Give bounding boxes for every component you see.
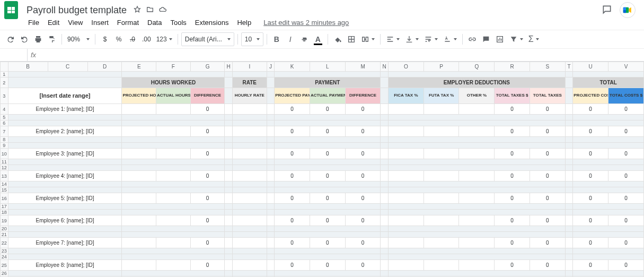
column-header-row[interactable]: BCD EFG HIJ KLM NOP QRS TUV [1,62,644,72]
text-color-button[interactable]: A [312,32,324,46]
row-header[interactable]: 24 [1,254,8,260]
row-header[interactable]: 14 [1,181,8,187]
employee-row[interactable]: 10Employee 3: [name]; [ID]00000000 [1,149,644,159]
group-deductions-label: EMPLOYER DEDUCTIONS [389,77,566,88]
decrease-decimal-button[interactable]: .0 [126,32,139,46]
menu-extensions[interactable]: Extensions [191,18,233,28]
employee-row[interactable]: 16Employee 5: [name]; [ID]00000000 [1,193,644,204]
menu-file[interactable]: File [24,18,43,28]
row-header[interactable]: 5 [1,115,8,120]
text-wrap-button[interactable] [422,32,440,46]
spacer-row: 9 [1,143,644,149]
row-header[interactable]: 2 [1,77,8,88]
cloud-status-icon[interactable] [158,5,167,15]
print-button[interactable] [32,32,45,46]
move-icon[interactable] [146,5,154,15]
row-header[interactable]: 20 [1,226,8,232]
row-header[interactable]: 1 [1,72,8,77]
row-header[interactable]: 13 [1,171,8,181]
sheets-logo-icon[interactable] [4,1,18,19]
strikethrough-button[interactable] [298,32,311,46]
menu-data[interactable]: Data [144,18,165,28]
employee-label[interactable]: Employee 7: [name]; [ID] [8,238,122,248]
row-header[interactable]: 12 [1,165,8,171]
row-header[interactable]: 21 [1,232,8,238]
font-select[interactable]: Default (Ari... [181,32,234,46]
paint-format-button[interactable] [46,32,58,46]
row-header[interactable]: 7 [1,126,8,137]
row-header[interactable]: 22 [1,238,8,248]
borders-button[interactable] [345,32,358,46]
date-range-cell[interactable]: [Insert date range] [8,88,122,104]
redo-button[interactable] [18,32,31,46]
formula-input[interactable] [39,49,644,61]
insert-link-button[interactable] [466,32,479,46]
menu-tools[interactable]: Tools [166,18,190,28]
meet-button[interactable] [620,2,636,18]
row-header[interactable]: 11 [1,159,8,165]
spreadsheet-grid[interactable]: BCD EFG HIJ KLM NOP QRS TUV 1 2 HOURS WO… [0,62,644,277]
diff-cell: 0 [190,238,225,248]
undo-button[interactable] [4,32,17,46]
sub-header-row: 3 [Insert date range] PROJECTED HOURS AC… [1,88,644,104]
menu-insert[interactable]: Insert [87,18,112,28]
diff-cell: 0 [190,215,225,226]
horizontal-align-button[interactable] [384,32,402,46]
menu-help[interactable]: Help [233,18,255,28]
employee-row[interactable]: 4Employee 1: [name]; [ID]00000000 [1,104,644,115]
employee-label[interactable]: Employee 2: [name]; [ID] [8,126,122,137]
menu-format[interactable]: Format [113,18,143,28]
format-percent-button[interactable]: % [112,32,125,46]
row-header[interactable]: 10 [1,149,8,159]
row-header[interactable]: 26 [1,271,8,276]
document-title[interactable]: Payroll budget template [23,4,130,17]
fill-color-button[interactable] [331,32,344,46]
employee-row[interactable]: 22Employee 7: [name]; [ID]00000000 [1,238,644,248]
menu-view[interactable]: View [64,18,86,28]
row-header[interactable]: 9 [1,143,8,149]
row-header[interactable]: 4 [1,104,8,115]
spacer-row: 26 [1,271,644,276]
employee-row[interactable]: 25Employee 8: [name]; [ID]00000000 [1,260,644,271]
row-header[interactable]: 17 [1,204,8,210]
italic-button[interactable]: I [284,32,297,46]
employee-label[interactable]: Employee 8: [name]; [ID] [8,260,122,271]
last-edit-link[interactable]: Last edit was 2 minutes ago [263,19,349,27]
employee-label[interactable]: Employee 3: [name]; [ID] [8,149,122,159]
font-size-select[interactable]: 10 [241,32,263,46]
employee-label[interactable]: Employee 4: [name]; [ID] [8,171,122,181]
comment-history-icon[interactable] [602,4,612,16]
employee-row[interactable]: 19Employee 6: [name]; [ID]00000000 [1,215,644,226]
row-header[interactable]: 19 [1,215,8,226]
row-header[interactable]: 6 [1,120,8,126]
merge-cells-button[interactable] [359,32,377,46]
employee-row[interactable]: 7Employee 2: [name]; [ID]00000000 [1,126,644,137]
format-currency-button[interactable]: $ [99,32,111,46]
row-header[interactable]: 3 [1,88,8,104]
name-box[interactable] [0,49,28,62]
text-rotation-button[interactable] [441,32,459,46]
row-header[interactable]: 16 [1,193,8,204]
menu-edit[interactable]: Edit [44,18,63,28]
number-format-select[interactable]: 123 [154,32,174,46]
employee-label[interactable]: Employee 6: [name]; [ID] [8,215,122,226]
insert-chart-button[interactable] [493,32,506,46]
employee-row[interactable]: 13Employee 4: [name]; [ID]00000000 [1,171,644,181]
diff-cell: 0 [190,260,225,271]
row-header[interactable]: 18 [1,210,8,215]
vertical-align-button[interactable] [403,32,421,46]
row-header[interactable]: 25 [1,260,8,271]
increase-decimal-button[interactable]: .00 [140,32,153,46]
filter-button[interactable] [507,32,525,46]
employee-label[interactable]: Employee 5: [name]; [ID] [8,193,122,204]
zoom-select[interactable]: 90% [65,32,92,46]
insert-comment-button[interactable] [480,32,492,46]
employee-label[interactable]: Employee 1: [name]; [ID] [8,104,122,115]
row-header[interactable]: 23 [1,248,8,254]
row-header[interactable]: 8 [1,137,8,143]
functions-button[interactable]: Σ [526,32,541,46]
star-icon[interactable] [133,5,142,15]
bold-button[interactable]: B [270,32,283,46]
svg-rect-2 [623,10,626,13]
row-header[interactable]: 15 [1,187,8,193]
